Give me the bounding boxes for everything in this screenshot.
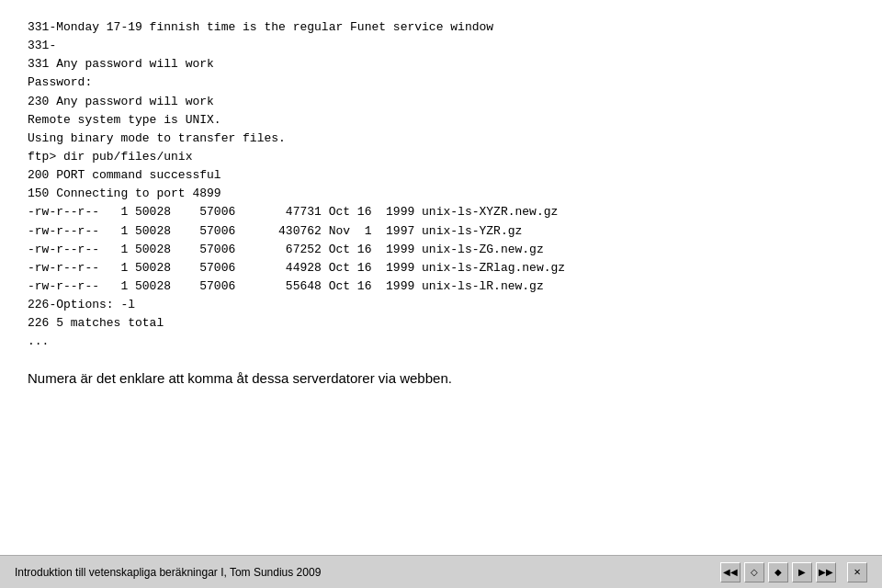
footer-controls: ◀◀ ◇ ◆ ▶ ▶▶ ✕ xyxy=(720,562,867,582)
main-content: 331-Monday 17-19 finnish time is the reg… xyxy=(0,0,882,555)
footer-bar: Introduktion till vetenskapliga beräknin… xyxy=(0,555,882,588)
next-slide-button[interactable]: ▶ xyxy=(792,562,812,582)
first-slide-button[interactable]: ◀◀ xyxy=(720,562,741,582)
next-diamond-button[interactable]: ◆ xyxy=(768,562,788,582)
last-slide-button[interactable]: ▶▶ xyxy=(816,562,836,582)
footer-title: Introduktion till vetenskapliga beräknin… xyxy=(15,566,321,579)
terminal-output: 331-Monday 17-19 finnish time is the reg… xyxy=(28,18,854,352)
close-button[interactable]: ✕ xyxy=(847,562,867,582)
paragraph-text: Numera är det enklare att komma åt dessa… xyxy=(28,370,854,386)
prev-diamond-button[interactable]: ◇ xyxy=(744,562,764,582)
